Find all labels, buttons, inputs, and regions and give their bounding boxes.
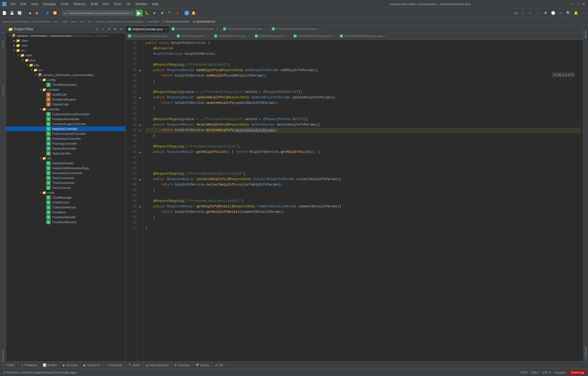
tree-arrow-fzu[interactable]: ▼	[30, 69, 33, 71]
project-toolbar-locate[interactable]: ◎	[94, 27, 99, 32]
new-file-button[interactable]: 📄	[1, 10, 8, 16]
menu-tools[interactable]: Tools	[112, 2, 124, 7]
gutter-28[interactable]: ▶	[138, 68, 143, 73]
menu-window[interactable]: Window	[133, 2, 149, 7]
gutter-38[interactable]: ▶	[138, 122, 143, 128]
tree-feedbackctrl[interactable]: C FeedbackController	[6, 117, 125, 122]
project-sidebar-icon[interactable]: P	[0, 27, 6, 38]
forward-button[interactable]: ▶	[34, 10, 41, 16]
tab-postcommentserviceimpl[interactable]: C PostCommentServiceImpl.java ✕	[270, 25, 324, 32]
tab-terminal[interactable]: ▶ Terminal	[60, 361, 81, 369]
notifications2-button[interactable]: 🔔	[573, 10, 579, 16]
tree-helpinfodets[interactable]: C HelpInfoDetails	[6, 161, 125, 166]
tab-close-postcommentmapper[interactable]: ✕	[169, 34, 172, 38]
tree-statuscode[interactable]: E StatusCode	[6, 102, 125, 107]
menu-build[interactable]: Build	[88, 2, 100, 7]
cursor-position[interactable]: 39:67	[520, 371, 528, 374]
tree-arrow-controller[interactable]: ▼	[39, 108, 42, 111]
gutter-48[interactable]: ▶	[138, 177, 143, 182]
line-ending[interactable]: CRLF	[531, 371, 539, 374]
bc-method[interactable]: m deleteHelpInfo	[193, 20, 215, 23]
encoding[interactable]: UTF-8	[542, 371, 551, 374]
menu-file[interactable]: File	[8, 2, 18, 7]
tab-spring[interactable]: 🌱 Spring	[193, 361, 212, 369]
tree-helpinfoctrl[interactable]: C HelpInfoController	[6, 126, 125, 131]
tree-dto[interactable]: ▼ 📁 dto	[6, 156, 125, 161]
tree-main[interactable]: ▼ 📁 main	[6, 53, 125, 58]
back-button[interactable]: ◀	[26, 10, 33, 16]
tree-arrow-src[interactable]: ▼	[13, 49, 16, 52]
tab-close-helpinfoserviceimpl[interactable]: ✕	[332, 34, 335, 38]
tree-poststatusctrl[interactable]: C PostStatusController	[6, 136, 125, 141]
tab-close-tocomments[interactable]: ✕	[207, 34, 209, 38]
tree-entity[interactable]: ▼ 📁 entity	[6, 190, 125, 195]
tree-feedback[interactable]: C Feedback	[6, 210, 125, 215]
git-history-button[interactable]: 🕐	[550, 10, 556, 16]
bc-src[interactable]: src	[54, 20, 58, 23]
tree-posttagctrl[interactable]: C PostTagController	[6, 141, 125, 146]
project-toolbar-close[interactable]: ✕	[118, 27, 123, 32]
bc-fzu[interactable]: fzu	[88, 20, 92, 23]
coverage-button[interactable]: ▶	[151, 10, 158, 16]
tree-postid[interactable]: E PostIdentification	[6, 97, 125, 102]
tab-endpoints[interactable]: ↗ Endpoints	[103, 361, 125, 369]
debug-button[interactable]: 🐛	[144, 10, 150, 16]
tab-postcommentservice[interactable]: I PostCommentService.java ✕	[221, 25, 270, 32]
menu-view[interactable]: View	[29, 2, 40, 7]
tree-chatmsg[interactable]: C ChatMessage	[6, 195, 125, 200]
tree-secondary[interactable]: C SecondaryComments	[6, 171, 125, 175]
tree-timemetahandler[interactable]: C TimeMetaHandler	[6, 82, 125, 87]
tab-postcommentmapper[interactable]: C PostCommentMapper.java ✕	[126, 32, 174, 40]
tree-idea[interactable]: ▶ 📁 .idea	[6, 38, 125, 43]
tree-controller[interactable]: ▼ 📁 controller	[6, 107, 125, 112]
minimize-button[interactable]: ─	[571, 2, 575, 6]
menu-code[interactable]: Code	[59, 2, 71, 7]
project-toolbar-filter[interactable]: ⊝	[106, 27, 111, 32]
git-fetch-button[interactable]: ✱	[542, 10, 549, 16]
profile-button[interactable]: ⚡	[159, 10, 166, 16]
tab-commentdetailsparams[interactable]: C CommentDetailsParams.java ✕	[338, 32, 390, 40]
tree-arrow-entity[interactable]: ▼	[39, 191, 42, 194]
bc-campus[interactable]: campus_information_communication	[95, 20, 144, 23]
tree-auditcode[interactable]: E AuditCode	[6, 92, 125, 97]
menu-refactor[interactable]: Refactor	[71, 2, 88, 7]
commit-sidebar-icon[interactable]: Commit	[0, 39, 6, 50]
bc-edu[interactable]: edu	[80, 20, 85, 23]
tree-arrow-campus-pkg[interactable]: ▼	[34, 74, 38, 76]
tree-collrecctrl[interactable]: C CollectionRecordController	[6, 112, 125, 117]
bc-project[interactable]: campus_information_communication	[2, 20, 51, 23]
tab-deleteparams[interactable]: C DeleteParams.java ✕	[253, 32, 291, 40]
tree-tagctrl[interactable]: C TagController	[6, 151, 125, 156]
project-toolbar-settings[interactable]: ⚙	[112, 27, 117, 32]
project-toolbar-collapse[interactable]: ≡	[100, 27, 105, 32]
tab-close-commentdetailsparams[interactable]: ✕	[385, 34, 387, 38]
gutter-33[interactable]: ▶	[138, 95, 143, 100]
git-revert-button[interactable]: ↩	[558, 10, 564, 16]
tab-close-deleteparams[interactable]: ✕	[286, 34, 289, 38]
tree-campus-pkg[interactable]: ▼ 📦 campus_information_communication	[6, 72, 125, 77]
tab-postcommentcontroller[interactable]: C PostCommentController.java ✕	[169, 25, 221, 32]
tree-feedbackrecord[interactable]: C FeedbackRecord	[6, 220, 125, 225]
tab-sonarlint[interactable]: ◉ SonarLint	[80, 361, 103, 369]
tab-helpinfoserviceimpl[interactable]: C HelpInfoServiceImpl.java ✕	[291, 32, 338, 40]
tab-close-helpinfo[interactable]: ✕	[164, 27, 167, 31]
menu-git[interactable]: Git	[124, 2, 133, 7]
bc-controller[interactable]: controller	[147, 20, 159, 23]
tab-services[interactable]: ⚙ Services	[171, 361, 192, 369]
tab-todo[interactable]: ✓ TODO	[0, 361, 18, 369]
tree-studentctrl[interactable]: C StudentController	[6, 146, 125, 151]
database-panel-icon[interactable]: Database	[583, 344, 588, 361]
maximize-button[interactable]: □	[576, 2, 580, 6]
tree-third[interactable]: C ThirdComments	[6, 180, 125, 185]
tree-helpinfouser[interactable]: C HelpInfoWithUserAndTags	[6, 166, 125, 171]
nav-up-icon[interactable]: ∧	[568, 73, 570, 77]
bookmarks-sidebar-icon[interactable]: Bookmarks	[0, 350, 6, 361]
nav-down-icon[interactable]: ∨	[571, 73, 573, 77]
tab-profiler[interactable]: 📊 Profiler	[40, 361, 60, 369]
gutter-39[interactable]: ⚠	[138, 128, 143, 133]
tree-arrow-idea[interactable]: ▶	[13, 39, 16, 42]
indent-info[interactable]: 4 spaces	[554, 371, 566, 374]
git-check2-button[interactable]: ✓	[527, 10, 534, 16]
save-all-button[interactable]: 💾	[9, 10, 15, 16]
tree-stair[interactable]: C StairComments	[6, 175, 125, 180]
